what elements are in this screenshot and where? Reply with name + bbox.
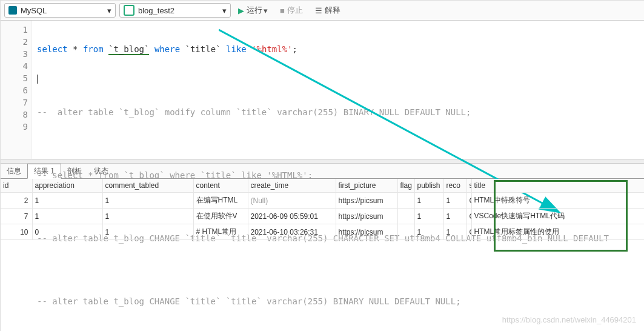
col-ship[interactable]: s (466, 179, 471, 193)
line-number: 7 (1, 96, 28, 109)
cell[interactable]: https://picsum (336, 209, 397, 224)
line-number: 2 (1, 36, 28, 48)
database-label: blog_test2 (138, 6, 174, 15)
stop-button[interactable]: ■ 停止 (276, 4, 307, 17)
line-number: 8 (1, 109, 28, 121)
explain-label: 解释 (325, 5, 340, 16)
run-label: 运行 (247, 5, 262, 16)
code-line (37, 75, 644, 87)
cell-id[interactable]: 2 (1, 193, 32, 209)
cell[interactable] (397, 193, 414, 209)
stop-icon: ■ (280, 6, 285, 15)
cell[interactable]: https://picsum (336, 224, 397, 240)
cell-id[interactable]: 10 (1, 224, 32, 240)
code-line: -- alter table `t_blog` modify column `t… (37, 106, 644, 118)
col-create-time[interactable]: create_time (248, 179, 336, 193)
cell[interactable]: 1 (414, 209, 443, 224)
col-reco[interactable]: reco (443, 179, 466, 193)
col-comment[interactable]: comment_tabled (102, 179, 193, 193)
chevron-down-icon: ▾ (222, 6, 227, 15)
cell[interactable]: C (466, 209, 471, 224)
cell[interactable] (397, 209, 414, 224)
mysql-icon (8, 6, 17, 15)
col-id[interactable]: id (1, 179, 32, 193)
cell[interactable]: 1 (102, 193, 193, 209)
line-number: 4 (1, 60, 28, 72)
cell[interactable]: 0 (32, 224, 102, 240)
cell[interactable] (397, 224, 414, 240)
cell-title[interactable]: VSCode快速编写HTML代码 (471, 209, 644, 224)
cell-title[interactable]: HTML中特殊符号 (471, 193, 644, 209)
code-line (37, 264, 644, 276)
cell[interactable]: 2021-06-09 05:59:01 (248, 209, 336, 224)
line-number: 6 (1, 84, 28, 96)
cell-null[interactable]: (Null) (248, 193, 336, 209)
cell[interactable]: 1 (102, 224, 193, 240)
line-number: 3 (1, 48, 28, 60)
cell[interactable]: 1 (32, 209, 102, 224)
cell-title[interactable]: HTML常用标签属性的使用 (471, 224, 644, 240)
cell[interactable]: https://picsum (336, 193, 397, 209)
cell-id[interactable]: 7 (1, 209, 32, 224)
explain-button[interactable]: ☰ 解释 (311, 4, 344, 17)
cell[interactable]: 1 (414, 193, 443, 209)
editor-pane: 1 2 3 4 5 6 7 8 9 select * from `t_blog`… (1, 21, 644, 159)
cell[interactable]: 1 (32, 193, 102, 209)
col-first-picture[interactable]: first_picture (336, 179, 397, 193)
col-publish[interactable]: publish (414, 179, 443, 193)
engine-label: MySQL (21, 6, 47, 15)
cell[interactable]: C (466, 224, 471, 240)
caret-icon (37, 75, 38, 84)
cell[interactable]: 1 (414, 224, 443, 240)
col-title[interactable]: title (471, 179, 644, 193)
cell[interactable]: 1 (443, 209, 466, 224)
result-grid[interactable]: id appreciation comment_tabled content c… (1, 179, 644, 240)
cell[interactable]: C (466, 193, 471, 209)
chevron-down-icon: ▾ (264, 6, 268, 15)
code-line (37, 138, 644, 150)
line-number: 5 (1, 72, 28, 84)
engine-select[interactable]: MySQL ▾ (4, 3, 116, 18)
result-grid-wrap: id appreciation comment_tabled content c… (1, 179, 644, 240)
stop-label: 停止 (287, 5, 303, 16)
database-select[interactable]: blog_test2 ▾ (119, 3, 231, 18)
toolbar: MySQL ▾ blog_test2 ▾ ▶ 运行 ▾ ■ 停止 ☰ 解释 (1, 1, 644, 21)
col-content[interactable]: content (193, 179, 248, 193)
table-row[interactable]: 2 1 1 在编写HTML (Null) https://picsum 1 1 … (1, 193, 644, 209)
cell[interactable]: 2021-06-10 03:26:31 (248, 224, 336, 240)
code-editor[interactable]: select * from `t_blog` where `title` lik… (32, 21, 644, 159)
line-gutter: 1 2 3 4 5 6 7 8 9 (1, 21, 32, 159)
cell[interactable]: 1 (443, 193, 466, 209)
line-number: 1 (1, 24, 28, 36)
run-button[interactable]: ▶ 运行 ▾ (234, 4, 271, 17)
explain-icon: ☰ (315, 6, 322, 15)
col-flag[interactable]: flag (397, 179, 414, 193)
line-number: 9 (1, 121, 28, 133)
cell[interactable]: 在使用软件V (193, 209, 248, 224)
chevron-down-icon: ▾ (107, 6, 111, 15)
database-icon (124, 5, 134, 16)
table-row[interactable]: 10 0 1 # HTML常用 2021-06-10 03:26:31 http… (1, 224, 644, 240)
cell[interactable]: 1 (102, 209, 193, 224)
header-row: id appreciation comment_tabled content c… (1, 179, 644, 193)
cell[interactable]: 在编写HTML (193, 193, 248, 209)
table-row[interactable]: 7 1 1 在使用软件V 2021-06-09 05:59:01 https:/… (1, 209, 644, 224)
code-line: select * from `t_blog` where `title` lik… (37, 43, 644, 55)
cell[interactable]: # HTML常用 (193, 224, 248, 240)
cell[interactable]: 1 (443, 224, 466, 240)
col-appreciation[interactable]: appreciation (32, 179, 102, 193)
code-line: -- alter table t_blog CHANGE `title` `ti… (37, 295, 644, 307)
play-icon: ▶ (238, 6, 244, 15)
tab-info[interactable]: 信息 (1, 164, 27, 178)
